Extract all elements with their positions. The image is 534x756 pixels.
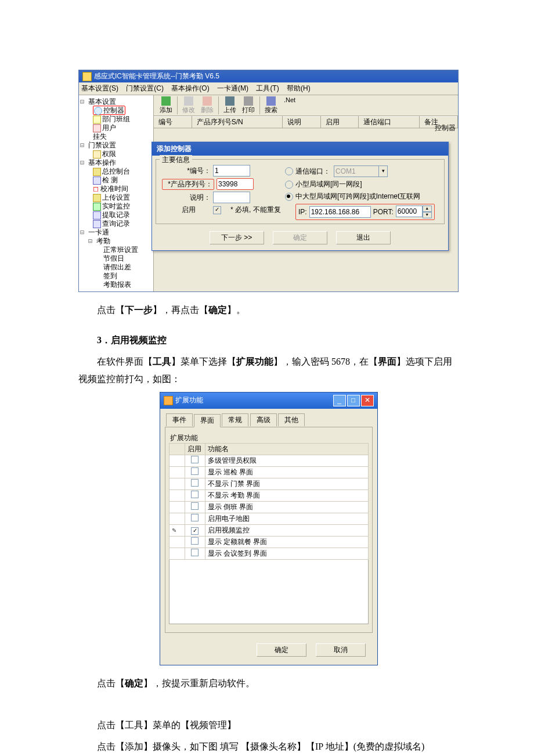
- ip-port-box: IP: PORT: ▲▼: [295, 204, 435, 220]
- row-label: 显示 定额就餐 界面: [205, 536, 368, 548]
- toolbar-add[interactable]: 添加: [157, 96, 175, 114]
- row-checkbox[interactable]: [191, 456, 199, 463]
- upload-icon: [93, 194, 101, 202]
- col-name: 功能名: [205, 443, 368, 455]
- tab-interface[interactable]: 界面: [194, 414, 221, 427]
- row-checkbox[interactable]: [191, 502, 199, 510]
- input-port[interactable]: [396, 206, 423, 217]
- label-serial: *产品序列号：: [162, 179, 214, 190]
- window-titlebar: 感应式IC智能卡管理系统--门禁考勤 V6.5: [79, 70, 458, 82]
- menu-bar[interactable]: 基本设置(S) 门禁设置(C) 基本操作(O) 一卡通(M) 工具(T) 帮助(…: [79, 82, 458, 95]
- add-icon: [161, 96, 171, 106]
- maximize-button[interactable]: □: [347, 395, 360, 406]
- tab-events[interactable]: 事件: [166, 413, 193, 426]
- required-note: * 必填, 不能重复: [230, 205, 281, 215]
- tree-shift[interactable]: 正常班设置: [103, 246, 138, 254]
- table-row[interactable]: 显示 定额就餐 界面: [169, 536, 368, 548]
- input-desc[interactable]: [213, 192, 250, 203]
- tree-basic-settings[interactable]: 基本设置: [88, 98, 116, 106]
- spin-up-icon[interactable]: ▲: [423, 206, 432, 212]
- menu-help[interactable]: 帮助(H): [287, 84, 311, 92]
- label-port: PORT:: [373, 208, 394, 216]
- tree-realtime[interactable]: 实时监控: [102, 202, 130, 210]
- spin-down-icon[interactable]: ▼: [423, 212, 432, 218]
- tree-extract[interactable]: 提取记录: [102, 211, 130, 219]
- tree-basic-ops[interactable]: 基本操作: [88, 159, 116, 167]
- label-wan: 中大型局域网[可跨网段]或Internet互联网: [295, 192, 420, 201]
- toolbar-search[interactable]: 搜索: [262, 96, 280, 114]
- table-row[interactable]: 多级管理员权限: [169, 455, 368, 466]
- toolbar-delete: 删除: [199, 96, 216, 114]
- row-checkbox[interactable]: [191, 479, 199, 487]
- tree-user[interactable]: 用户: [102, 124, 116, 132]
- tree-attendance[interactable]: 考勤: [96, 237, 110, 245]
- row-checkbox[interactable]: [191, 549, 199, 556]
- input-serial[interactable]: [217, 178, 254, 190]
- nav-tree[interactable]: ⊟ 基本设置 控制器 部门班组 用户 挂失 ⊟ 门禁设置 权限 ⊟ 基本操作 总…: [79, 95, 154, 291]
- tree-dept[interactable]: 部门班组: [102, 115, 130, 123]
- group-label: 扩展功能: [169, 434, 199, 442]
- menu-tools[interactable]: 工具(T): [256, 84, 279, 92]
- input-ip[interactable]: [309, 206, 371, 218]
- input-number[interactable]: [213, 165, 250, 177]
- table-row[interactable]: 不显示 门禁 界面: [169, 478, 368, 489]
- dialog-titlebar: 扩展功能 _ □ ✕: [160, 393, 377, 409]
- menu-basic-settings[interactable]: 基本设置(S): [81, 84, 118, 92]
- tree-onecard[interactable]: 一卡通: [88, 228, 109, 236]
- menu-access-settings[interactable]: 门禁设置(C): [126, 84, 164, 92]
- row-checkbox[interactable]: [191, 537, 199, 545]
- chevron-down-icon: ▾: [379, 165, 388, 177]
- tree-query[interactable]: 查询记录: [102, 219, 130, 228]
- row-checkbox[interactable]: [191, 491, 199, 498]
- row-checkbox[interactable]: [191, 467, 199, 475]
- menu-basic-ops[interactable]: 基本操作(O): [171, 84, 209, 92]
- tree-check[interactable]: 检 测: [102, 176, 118, 184]
- tab-general[interactable]: 常规: [222, 413, 248, 426]
- table-row[interactable]: 启用电子地图: [169, 513, 368, 524]
- row-checkbox[interactable]: [191, 514, 199, 521]
- radio-com[interactable]: [285, 167, 293, 175]
- close-button[interactable]: ✕: [361, 395, 374, 406]
- delete-icon: [203, 96, 212, 106]
- tab-other[interactable]: 其他: [278, 413, 305, 426]
- toolbar-print[interactable]: 打印: [240, 96, 257, 114]
- radio-lan[interactable]: [285, 181, 293, 189]
- checkbox-enable[interactable]: ✓: [213, 206, 221, 214]
- next-button[interactable]: 下一步 >>: [210, 231, 264, 244]
- table-row[interactable]: 启用视频监控: [169, 524, 368, 536]
- tree-leave[interactable]: 请假出差: [103, 263, 131, 271]
- heading: 3．启用视频监控: [78, 332, 459, 349]
- tree-perm[interactable]: 权限: [102, 150, 116, 158]
- tree-report[interactable]: 考勤报表: [103, 280, 131, 289]
- group-icon: [93, 116, 101, 124]
- tree-holiday[interactable]: 节假日: [103, 254, 124, 262]
- table-row[interactable]: 显示 倒班 界面: [169, 501, 368, 513]
- col-enable: 启用: [185, 443, 205, 455]
- list-header: 编号 产品序列号S/N 说明 启用 通信端口 备注: [154, 116, 458, 128]
- ok-button[interactable]: 确定: [257, 643, 306, 657]
- tree-calibrate[interactable]: 校准时间: [100, 185, 128, 193]
- table-row[interactable]: 显示 巡检 界面: [169, 466, 368, 478]
- row-checkbox[interactable]: [191, 527, 199, 535]
- info-icon: [94, 107, 102, 115]
- toolbar-upload[interactable]: 上传: [221, 96, 239, 114]
- tree-access-settings[interactable]: 门禁设置: [88, 141, 116, 149]
- table-row[interactable]: 不显示 考勤 界面: [169, 489, 368, 501]
- group-legend: 主要信息: [160, 155, 192, 165]
- toolbar-net[interactable]: .Net: [281, 96, 298, 114]
- tree-signin[interactable]: 签到: [103, 272, 117, 280]
- cancel-button[interactable]: 取消: [316, 643, 366, 657]
- tab-advanced[interactable]: 高级: [250, 413, 277, 426]
- radio-wan[interactable]: [285, 193, 293, 201]
- minimize-button[interactable]: _: [333, 395, 346, 406]
- tree-controller[interactable]: 控制器: [103, 106, 124, 114]
- table-row[interactable]: 显示 会议签到 界面: [169, 548, 368, 559]
- print-icon: [244, 96, 253, 106]
- tree-console[interactable]: 总控制台: [102, 167, 130, 175]
- tree-lost[interactable]: 挂失: [93, 132, 107, 141]
- tree-upload[interactable]: 上传设置: [102, 193, 130, 201]
- row-label: 不显示 考勤 界面: [205, 489, 368, 501]
- exit-button[interactable]: 退出: [336, 231, 391, 244]
- menu-onecard[interactable]: 一卡通(M): [217, 84, 248, 92]
- row-label: 显示 会议签到 界面: [205, 548, 368, 559]
